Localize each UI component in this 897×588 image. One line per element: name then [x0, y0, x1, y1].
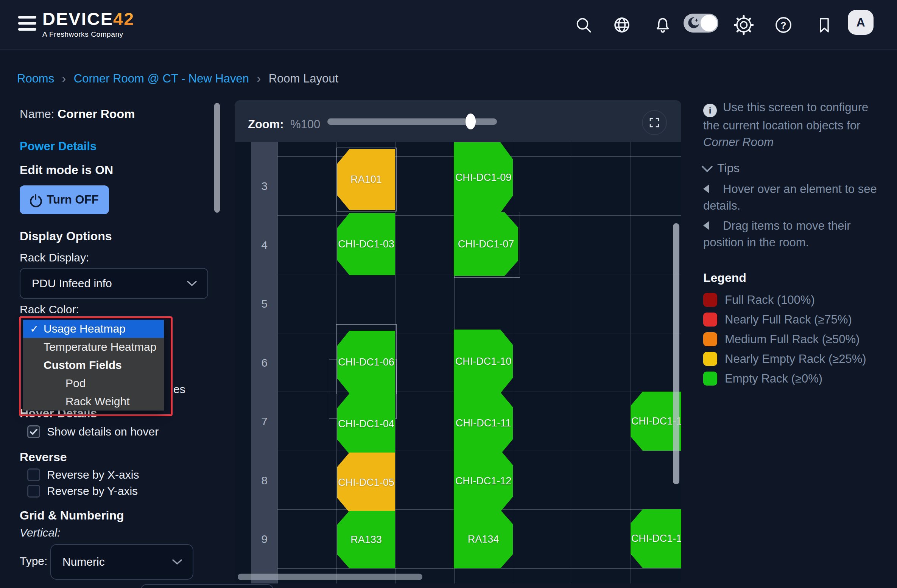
menu-item-label: Pod: [65, 377, 86, 390]
reverse-heading: Reverse: [20, 450, 67, 464]
chevron-down-icon: [171, 558, 183, 566]
chevron-down-icon: [702, 161, 713, 173]
row-number: 6: [251, 356, 277, 369]
search-icon[interactable]: [573, 14, 594, 36]
zoom-slider[interactable]: [327, 118, 497, 125]
tip-text: Drag items to move their position in the…: [703, 219, 851, 249]
triangle-left-icon: [703, 221, 709, 230]
vertical-label: Vertical:: [20, 526, 60, 539]
grid-line: [251, 142, 681, 142]
row-number: 7: [251, 415, 277, 428]
rack-tile-ra134[interactable]: RA134: [454, 510, 513, 568]
legend-label: Empty Rack (≥0%): [725, 372, 822, 386]
logo-accent: 42: [113, 9, 134, 29]
legend-swatch: [703, 293, 717, 307]
reverse-x-option[interactable]: Reverse by X-axis: [27, 468, 139, 481]
tips-collapse-header[interactable]: Tips: [703, 161, 740, 175]
rack-tile-chi-dc1-04[interactable]: CHI-DC1-04: [337, 394, 395, 454]
checkbox-unchecked[interactable]: [27, 468, 40, 481]
menu-item-pod[interactable]: Pod: [23, 374, 164, 392]
menu-icon[interactable]: [18, 16, 36, 34]
type-select[interactable]: Numeric: [50, 544, 193, 580]
bookmark-icon[interactable]: [814, 14, 835, 36]
turn-off-button[interactable]: Turn OFF: [20, 185, 109, 214]
partial-hidden-text: es: [173, 383, 185, 396]
tip-item: Drag items to move their position in the…: [703, 218, 886, 251]
rack-display-label: Rack Display:: [20, 251, 89, 264]
legend-swatch: [703, 372, 717, 386]
fullscreen-button[interactable]: [642, 110, 667, 135]
zoom-value: %100: [290, 118, 320, 131]
rack-tile-chi-dc1-03[interactable]: CHI-DC1-03: [337, 213, 395, 275]
legend-label: Full Rack (100%): [725, 293, 815, 307]
rack-tile-ra101[interactable]: RA101: [337, 149, 395, 210]
rack-tile-chi-dc1-07[interactable]: CHI-DC1-07: [454, 212, 518, 276]
menu-item-label: Usage Heatmap: [44, 322, 126, 335]
top-navbar: DEVICE42 A Freshworks Company ?: [0, 0, 897, 50]
room-layout-canvas: 3456789 CHI-DC1-09RA101CHI-DC1-03CHI-DC1…: [235, 100, 681, 583]
logo-text: DEVICE: [42, 9, 113, 29]
legend-title: Legend: [703, 271, 746, 285]
show-details-option[interactable]: Show details on hover: [27, 425, 159, 438]
partial-next-select[interactable]: [141, 584, 273, 588]
rack-tile-chi-dc1-12[interactable]: CHI-DC1-12: [454, 450, 513, 512]
legend-label: Nearly Empty Rack (≥25%): [725, 352, 866, 366]
canvas-vertical-scrollbar[interactable]: [673, 223, 679, 484]
power-details-link[interactable]: Power Details: [20, 140, 97, 153]
rack-tile-chi-dc1-06[interactable]: CHI-DC1-06: [337, 331, 395, 394]
logo-subtitle: A Freshworks Company: [42, 30, 134, 39]
rack-tile-chi-dc1-18[interactable]: CHI-DC1-18: [631, 509, 681, 568]
row-number: 5: [251, 297, 277, 310]
theme-toggle[interactable]: [684, 14, 718, 33]
tip-item: Hover over an element to see details.: [703, 181, 886, 214]
menu-item-usage-heatmap[interactable]: ✓Usage Heatmap: [23, 320, 164, 338]
legend-swatch: [703, 313, 717, 327]
menu-item-temperature-heatmap[interactable]: Temperature Heatmap: [23, 338, 164, 356]
menu-item-custom-fields[interactable]: Custom Fields: [23, 356, 164, 374]
row-number: 4: [251, 239, 277, 252]
help-icon[interactable]: ?: [773, 14, 794, 36]
grid-line: [572, 142, 572, 583]
star-icon: [695, 19, 698, 22]
avatar[interactable]: A: [848, 10, 874, 35]
device42-logo[interactable]: DEVICE42 A Freshworks Company: [42, 8, 134, 39]
settings-gear-icon[interactable]: [733, 14, 754, 36]
menu-item-label: Rack Weight: [65, 395, 130, 408]
row-number: 3: [251, 180, 277, 193]
legend-item: Medium Full Rack (≥50%): [703, 332, 860, 346]
breadcrumb-room[interactable]: Corner Room @ CT - New Haven: [74, 72, 249, 85]
avatar-initial: A: [856, 16, 865, 30]
rack-tile-chi-dc1-11[interactable]: CHI-DC1-11: [454, 392, 513, 454]
check-icon: ✓: [30, 323, 40, 335]
rack-tile-chi-dc1-05[interactable]: CHI-DC1-05: [337, 453, 395, 512]
checkbox-unchecked[interactable]: [27, 485, 40, 498]
rack-color-open-menu: ✓Usage HeatmapTemperature HeatmapCustom …: [23, 320, 164, 411]
canvas-horizontal-scrollbar[interactable]: [238, 574, 422, 580]
rack-tile-ra133[interactable]: RA133: [337, 511, 395, 568]
bell-icon[interactable]: [652, 14, 673, 36]
rack-color-label: Rack Color:: [20, 303, 79, 316]
row-number: 9: [251, 533, 277, 546]
checkbox-checked[interactable]: [27, 425, 40, 438]
room-name-value: Corner Room: [58, 107, 135, 121]
grid-line: [631, 142, 631, 583]
chevron-down-icon: [186, 280, 198, 287]
sidebar-scrollbar[interactable]: [214, 103, 220, 213]
zoom-label: Zoom:: [248, 118, 284, 131]
globe-icon[interactable]: [611, 14, 632, 36]
grid-line: [277, 142, 278, 583]
grid-line: [513, 142, 513, 583]
legend-swatch: [703, 332, 717, 346]
rack-tile-chi-dc1-09[interactable]: CHI-DC1-09: [454, 142, 513, 213]
row-number: 8: [251, 474, 277, 487]
rack-tile-chi-dc1-10[interactable]: CHI-DC1-10: [454, 330, 513, 393]
rack-display-select[interactable]: PDU Infeed info: [20, 268, 208, 299]
reverse-y-option[interactable]: Reverse by Y-axis: [27, 485, 138, 498]
zoom-slider-thumb[interactable]: [466, 114, 476, 129]
breadcrumb-rooms[interactable]: Rooms: [17, 72, 54, 85]
grid-numbering-heading: Grid & Numbering: [20, 509, 124, 523]
info-icon: i: [703, 104, 717, 117]
breadcrumb: Rooms › Corner Room @ CT - New Haven › R…: [17, 72, 338, 86]
menu-item-rack-weight[interactable]: Rack Weight: [23, 392, 164, 411]
legend-swatch: [703, 352, 717, 366]
